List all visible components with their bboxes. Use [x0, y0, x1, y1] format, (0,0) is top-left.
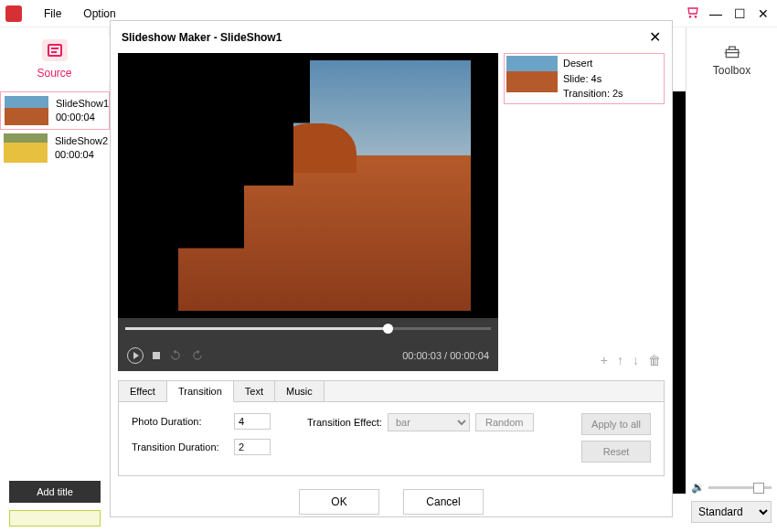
thumbnail: [5, 96, 48, 125]
tab-effect[interactable]: Effect: [119, 381, 167, 401]
volume-slider[interactable]: [708, 486, 772, 489]
speaker-icon: 🔉: [691, 481, 705, 494]
minimize-button[interactable]: —: [708, 6, 724, 21]
source-icon: [42, 39, 68, 61]
preview-video: [118, 53, 498, 318]
menu-file[interactable]: File: [33, 4, 72, 24]
time-display: 00:00:03 / 00:00:04: [402, 350, 489, 361]
playhead[interactable]: [383, 324, 393, 334]
slideshow-maker-dialog: Slideshow Maker - SlideShow1 ✕ 00:00:0: [110, 20, 673, 517]
thumbnail: [4, 133, 48, 163]
photo-duration-label: Photo Duration:: [132, 416, 229, 427]
transition-duration-label: Transition Duration:: [132, 442, 229, 452]
title-input[interactable]: [9, 510, 101, 527]
maximize-button[interactable]: ☐: [731, 6, 748, 21]
volume-control[interactable]: 🔉: [686, 477, 777, 497]
svg-point-1: [695, 16, 696, 17]
random-button[interactable]: Random: [475, 413, 534, 431]
slide-transition: Transition: 2s: [563, 86, 623, 101]
source-name: SlideShow2: [55, 134, 108, 148]
transition-effect-select[interactable]: bar: [388, 413, 470, 431]
source-name: SlideShow1: [56, 97, 109, 111]
transition-effect-label: Transition Effect:: [307, 417, 382, 428]
tab-transition[interactable]: Transition: [167, 381, 234, 402]
play-button[interactable]: [127, 347, 144, 364]
dialog-title: Slideshow Maker - SlideShow1: [122, 31, 282, 44]
timeline[interactable]: [118, 318, 498, 340]
source-tab-label: Source: [37, 67, 71, 80]
source-tab[interactable]: Source: [0, 27, 110, 91]
slide-thumbnail: [506, 56, 558, 92]
source-duration: 00:00:04: [56, 111, 109, 124]
rotate-left-icon[interactable]: [169, 349, 182, 362]
move-down-icon[interactable]: ↓: [633, 353, 639, 367]
svg-rect-2: [726, 49, 738, 57]
toolbox-icon: [722, 42, 742, 60]
toolbox-label: Toolbox: [713, 64, 750, 77]
move-up-icon[interactable]: ↑: [617, 353, 623, 367]
toolbox-tab[interactable]: Toolbox: [686, 27, 777, 91]
quality-select[interactable]: Standard: [691, 501, 772, 523]
source-list: SlideShow1 00:00:04 SlideShow2 00:00:04: [0, 91, 110, 475]
slide-name: Desert: [563, 56, 623, 71]
add-title-button[interactable]: Add title: [9, 481, 101, 503]
source-item[interactable]: SlideShow1 00:00:04: [0, 91, 110, 130]
cancel-button[interactable]: Cancel: [403, 489, 484, 515]
stop-button[interactable]: [153, 352, 160, 359]
reset-button[interactable]: Reset: [581, 441, 651, 463]
slide-item[interactable]: Desert Slide: 4s Transition: 2s: [504, 53, 665, 104]
source-item[interactable]: SlideShow2 00:00:04: [0, 130, 110, 166]
delete-icon[interactable]: 🗑: [648, 353, 661, 367]
tab-music[interactable]: Music: [275, 381, 325, 401]
close-button[interactable]: ✕: [755, 6, 772, 21]
cart-icon[interactable]: [684, 5, 700, 22]
tab-text[interactable]: Text: [234, 381, 275, 401]
app-icon: [5, 5, 22, 22]
close-icon[interactable]: ✕: [649, 28, 661, 46]
add-slide-icon[interactable]: +: [601, 353, 608, 367]
slide-duration: Slide: 4s: [563, 71, 623, 87]
transition-duration-input[interactable]: [234, 439, 271, 455]
rotate-right-icon[interactable]: [191, 349, 204, 362]
source-duration: 00:00:04: [55, 148, 108, 162]
photo-duration-input[interactable]: [234, 413, 271, 430]
ok-button[interactable]: OK: [299, 489, 379, 515]
svg-point-0: [689, 16, 690, 17]
apply-to-all-button[interactable]: Apply to all: [581, 413, 651, 435]
